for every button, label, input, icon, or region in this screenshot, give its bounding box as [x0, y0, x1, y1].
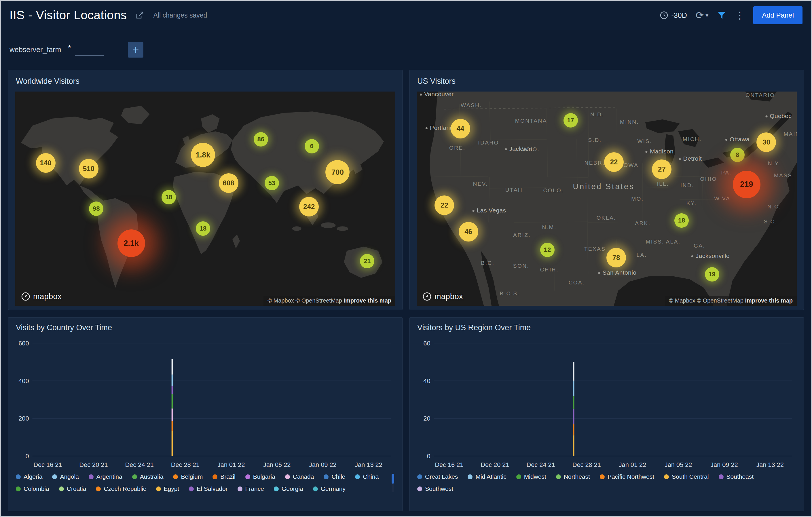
map-cluster[interactable]: 2.1k: [117, 230, 145, 257]
add-filter-button[interactable]: +: [128, 42, 143, 58]
map-label-city: Quebec: [765, 113, 791, 119]
map-cluster[interactable]: 8: [730, 148, 745, 162]
map-cluster[interactable]: 219: [733, 171, 760, 198]
map-cluster[interactable]: 19: [705, 267, 719, 281]
attribution-links[interactable]: © Mapbox © OpenStreetMap: [669, 297, 745, 304]
legend-item[interactable]: China: [355, 473, 379, 480]
us-map[interactable]: VancouverWASH.PortlandORE.IDAHOMONTANAN.…: [417, 92, 797, 306]
legend-item[interactable]: Argentina: [89, 473, 122, 480]
legend-item[interactable]: Czech Republic: [96, 485, 146, 492]
legend-item[interactable]: Great Lakes: [417, 473, 458, 480]
legend-label: Canada: [293, 473, 314, 480]
map-cluster[interactable]: 21: [360, 254, 374, 268]
panel-visits-by-country: Visits by Country Over Time 0200400600De…: [8, 317, 403, 511]
legend-item[interactable]: South Central: [664, 473, 708, 480]
map-cluster[interactable]: 78: [606, 248, 626, 267]
legend-dot-icon: [96, 486, 101, 491]
map-cluster[interactable]: 22: [604, 152, 624, 172]
legend-item[interactable]: Australia: [132, 473, 164, 480]
improve-map-link[interactable]: Improve this map: [745, 297, 793, 304]
map-cluster[interactable]: 1.8k: [191, 143, 215, 167]
legend-item[interactable]: Angola: [52, 473, 79, 480]
legend-item[interactable]: Belgium: [173, 473, 203, 480]
legend-dot-icon: [189, 486, 194, 491]
filter-value-input[interactable]: [75, 44, 104, 56]
map-cluster[interactable]: 6: [304, 139, 319, 153]
country-time-chart[interactable]: 0200400600Dec 16 21Dec 20 21Dec 24 21Dec…: [16, 335, 395, 470]
legend-item[interactable]: Mid Atlantic: [468, 473, 506, 480]
map-label-state: MONTANA: [515, 118, 547, 124]
region-time-chart[interactable]: 0204060Dec 16 21Dec 20 21Dec 24 21Dec 28…: [417, 335, 796, 470]
map-cluster[interactable]: 86: [254, 132, 268, 147]
filter-icon[interactable]: [717, 11, 726, 20]
legend-item[interactable]: Southwest: [417, 485, 453, 492]
scrollbar-thumb[interactable]: [392, 474, 394, 484]
legend-label: Algeria: [24, 473, 42, 480]
legend-item[interactable]: Canada: [285, 473, 314, 480]
legend-label: China: [363, 473, 379, 480]
legend-dot-icon: [313, 486, 318, 491]
legend-item[interactable]: Northeast: [556, 473, 590, 480]
map-label-city: Jackson: [505, 145, 532, 152]
legend-scrollbar[interactable]: [392, 474, 394, 492]
map-cluster[interactable]: 18: [674, 213, 689, 228]
legend-item[interactable]: Bulgaria: [245, 473, 275, 480]
legend-item[interactable]: France: [237, 485, 264, 492]
map-cluster[interactable]: 22: [435, 195, 454, 215]
legend-item[interactable]: Colombia: [16, 485, 49, 492]
map-cluster[interactable]: 608: [219, 173, 238, 193]
x-axis-label: Jan 09 22: [710, 461, 738, 468]
map-cluster[interactable]: 44: [451, 119, 470, 139]
map-cluster[interactable]: 98: [89, 202, 104, 216]
map-cluster[interactable]: 30: [756, 132, 776, 152]
legend-item[interactable]: Georgia: [274, 485, 303, 492]
legend-item[interactable]: Southeast: [719, 473, 754, 480]
legend-item[interactable]: Pacific Northwest: [600, 473, 654, 480]
map-label-city: Madison: [645, 148, 673, 155]
improve-map-link[interactable]: Improve this map: [344, 297, 391, 304]
map-cluster[interactable]: 53: [265, 176, 279, 190]
y-axis-label: 0: [25, 453, 29, 460]
filter-name-label: webserver_farm: [9, 45, 61, 54]
add-panel-button[interactable]: Add Panel: [753, 6, 803, 24]
legend-item[interactable]: El Salvador: [189, 485, 228, 492]
map-cluster[interactable]: 27: [652, 159, 671, 179]
mapbox-logo[interactable]: mapbox: [21, 292, 62, 301]
world-map[interactable]: 140510982.1k1.8k60818188653670024221 map…: [15, 92, 395, 306]
time-range-value: -30D: [671, 11, 687, 20]
legend-item[interactable]: Germany: [313, 485, 346, 492]
spike-segment: [172, 431, 173, 456]
legend-item[interactable]: Egypt: [156, 485, 179, 492]
map-cluster[interactable]: 18: [196, 221, 210, 236]
map-label-city: Detroit: [679, 155, 702, 162]
y-axis-label: 20: [423, 415, 430, 422]
map-cluster[interactable]: 18: [162, 190, 176, 204]
legend-item[interactable]: Chile: [324, 473, 345, 480]
time-range-control[interactable]: -30D: [659, 11, 687, 20]
legend-item[interactable]: Brazil: [212, 473, 235, 480]
share-icon[interactable]: [135, 10, 145, 21]
attribution-links[interactable]: © Mapbox © OpenStreetMap: [267, 297, 344, 304]
map-cluster[interactable]: 140: [36, 153, 56, 173]
map-label-city: Portland: [426, 124, 453, 131]
map-cluster[interactable]: 242: [299, 197, 319, 216]
map-cluster[interactable]: 17: [563, 113, 578, 127]
map-cluster[interactable]: 46: [459, 222, 478, 242]
kebab-menu-icon[interactable]: ⋮: [735, 10, 745, 20]
legend-item[interactable]: Algeria: [16, 473, 42, 480]
legend-label: South Central: [672, 473, 708, 480]
spike-segment: [172, 359, 173, 375]
legend-dot-icon: [132, 475, 137, 479]
legend-item[interactable]: Croatia: [59, 485, 86, 492]
legend-dot-icon: [237, 486, 242, 491]
refresh-control[interactable]: ⟳ ▾: [696, 10, 708, 20]
legend-dot-icon: [16, 486, 21, 491]
map-cluster[interactable]: 510: [79, 159, 98, 179]
legend-item[interactable]: Midwest: [516, 473, 546, 480]
map-cluster[interactable]: 12: [540, 243, 555, 257]
chevron-down-icon[interactable]: ▾: [705, 12, 708, 19]
map-cluster[interactable]: 700: [325, 160, 350, 184]
refresh-icon[interactable]: ⟳: [696, 10, 704, 20]
mapbox-logo[interactable]: mapbox: [423, 292, 463, 301]
map-attribution: © Mapbox © OpenStreetMap Improve this ma…: [263, 296, 395, 306]
